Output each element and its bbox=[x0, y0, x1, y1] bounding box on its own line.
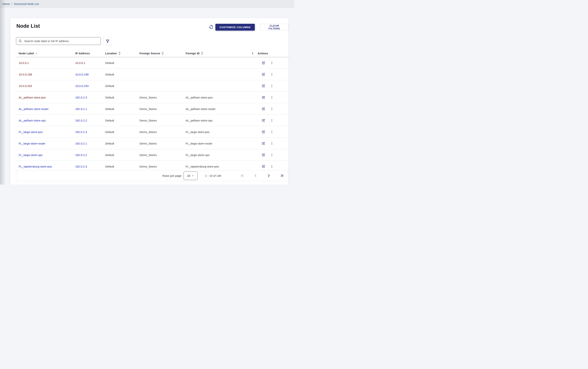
node-label-link[interactable]: 10.0.0.199 bbox=[19, 73, 32, 76]
edit-square-icon bbox=[262, 119, 265, 122]
ip-address-link[interactable]: 10.0.0.199 bbox=[75, 73, 88, 76]
sort-ascending-icon bbox=[35, 52, 38, 54]
column-header-foreign-id[interactable]: Foreign ID bbox=[186, 52, 247, 55]
location-cell: Default bbox=[105, 107, 139, 111]
table-row: 10.0.0.19910.0.0.199Default bbox=[16, 69, 289, 80]
sort-toggle-icon bbox=[118, 52, 121, 55]
edit-node-button[interactable] bbox=[262, 130, 265, 133]
edit-square-icon bbox=[262, 153, 265, 157]
previous-page-button[interactable] bbox=[253, 173, 258, 178]
rows-per-page-label: Rows per page bbox=[162, 174, 181, 177]
clear-filters-button[interactable]: CLEAR FILTERS bbox=[260, 24, 289, 31]
table-row: AL_pelham-store-pos192.0.2.3DefaultDemo_… bbox=[16, 92, 289, 103]
node-label-link[interactable]: FL_largo-store-ups bbox=[19, 153, 43, 157]
first-page-icon bbox=[240, 174, 245, 178]
row-actions-menu-button[interactable] bbox=[270, 142, 274, 145]
edit-node-button[interactable] bbox=[262, 119, 265, 122]
node-label-link[interactable]: AL_pelham-store-pos bbox=[19, 96, 46, 99]
location-cell: Default bbox=[105, 130, 139, 133]
node-label-link[interactable]: 10.0.0.1 bbox=[19, 61, 29, 64]
first-page-button[interactable] bbox=[240, 173, 245, 178]
ip-address-link[interactable]: 192.0.2.1 bbox=[75, 142, 87, 145]
column-header-node-label[interactable]: Node Label bbox=[16, 52, 75, 55]
location-cell: Default bbox=[105, 165, 139, 168]
row-actions-menu-button[interactable] bbox=[270, 107, 274, 111]
next-page-button[interactable] bbox=[266, 173, 271, 178]
ip-address-link[interactable]: 10.0.0.253 bbox=[75, 84, 88, 88]
edit-node-button[interactable] bbox=[262, 84, 265, 88]
edit-square-icon bbox=[262, 165, 265, 168]
edit-node-button[interactable] bbox=[262, 96, 265, 99]
chevron-right-icon bbox=[267, 174, 271, 178]
edit-node-button[interactable] bbox=[262, 153, 265, 157]
location-cell: Default bbox=[105, 96, 139, 99]
table-header-row: Node Label IP Address Location Foreign S… bbox=[16, 50, 289, 57]
show-more-columns-button[interactable] bbox=[247, 52, 258, 55]
last-page-button[interactable] bbox=[279, 173, 284, 178]
node-label-link[interactable]: AL_pelham-store-ups bbox=[19, 119, 46, 122]
filter-button[interactable] bbox=[103, 37, 112, 45]
node-label-link[interactable]: FL_stpetersburg-store-pos bbox=[19, 165, 52, 168]
row-actions-menu-button[interactable] bbox=[270, 130, 274, 133]
edit-node-button[interactable] bbox=[262, 142, 265, 145]
ip-address-link[interactable]: 192.0.2.3 bbox=[75, 96, 87, 99]
breadcrumb-home-link[interactable]: Home bbox=[2, 2, 10, 5]
edit-square-icon bbox=[262, 61, 265, 64]
edit-square-icon bbox=[262, 130, 265, 133]
customize-columns-button[interactable]: CUSTOMIZE COLUMNS bbox=[216, 24, 255, 31]
foreign-source-cell: Demo_Stores bbox=[139, 96, 186, 99]
foreign-source-cell: Demo_Stores bbox=[139, 130, 186, 133]
export-download-icon[interactable] bbox=[208, 24, 213, 30]
sort-toggle-icon bbox=[162, 52, 164, 55]
column-header-actions: Actions bbox=[258, 52, 282, 55]
funnel-icon bbox=[106, 39, 110, 43]
pagination-range-label: 1 - 10 of 148 bbox=[205, 174, 221, 177]
ip-address-link[interactable]: 192.0.2.3 bbox=[75, 130, 87, 133]
row-actions-menu-button[interactable] bbox=[270, 73, 274, 76]
foreign-id-cell: AL_pelham-store-pos bbox=[186, 96, 247, 99]
row-actions-menu-button[interactable] bbox=[270, 153, 274, 157]
foreign-source-cell: Demo_Stores bbox=[139, 119, 186, 122]
column-header-foreign-source[interactable]: Foreign Source bbox=[139, 52, 186, 55]
row-actions-menu-button[interactable] bbox=[270, 96, 274, 99]
foreign-source-cell: Demo_Stores bbox=[139, 142, 186, 145]
edit-node-button[interactable] bbox=[262, 165, 265, 168]
node-label-link[interactable]: FL_largo-store-pos bbox=[19, 130, 43, 133]
foreign-id-cell: FL_stpetersburg-store-pos bbox=[186, 165, 247, 168]
table-row: 10.0.0.110.0.0.1Default bbox=[16, 57, 289, 69]
left-edge-shadow bbox=[0, 0, 6, 184]
row-actions-menu-button[interactable] bbox=[270, 165, 274, 168]
ip-address-link[interactable]: 192.0.2.1 bbox=[75, 107, 87, 111]
foreign-id-cell: AL_pelham-store-ups bbox=[186, 119, 247, 122]
row-actions-menu-button[interactable] bbox=[270, 61, 274, 64]
kebab-menu-icon bbox=[270, 96, 274, 99]
node-label-link[interactable]: 10.0.0.253 bbox=[19, 84, 32, 88]
edit-node-button[interactable] bbox=[262, 107, 265, 111]
foreign-source-cell: Demo_Stores bbox=[139, 153, 186, 157]
kebab-menu-icon bbox=[270, 142, 274, 145]
search-input[interactable] bbox=[24, 39, 98, 43]
row-actions-menu-button[interactable] bbox=[270, 84, 274, 88]
chevron-down-icon bbox=[192, 174, 194, 177]
kebab-menu-icon bbox=[270, 153, 274, 157]
breadcrumb-separator: / bbox=[11, 2, 12, 5]
breadcrumb-current-link[interactable]: Structured Node List bbox=[14, 2, 39, 5]
row-actions-menu-button[interactable] bbox=[270, 119, 274, 122]
kebab-menu-icon bbox=[270, 84, 274, 88]
ip-address-link[interactable]: 192.0.2.2 bbox=[75, 153, 87, 157]
table-row: FL_largo-store-router192.0.2.1DefaultDem… bbox=[16, 138, 289, 149]
node-label-link[interactable]: AL_pelham-store-router bbox=[19, 107, 49, 111]
column-header-location[interactable]: Location bbox=[105, 52, 139, 55]
node-label-link[interactable]: FL_largo-store-router bbox=[19, 142, 45, 145]
ip-address-link[interactable]: 10.0.0.1 bbox=[75, 61, 85, 64]
foreign-id-cell: FL_largo-store-ups bbox=[186, 153, 247, 157]
edit-node-button[interactable] bbox=[262, 61, 265, 64]
search-icon bbox=[19, 39, 22, 43]
chevron-right-icon bbox=[251, 52, 254, 55]
table-body: 10.0.0.110.0.0.1Default10.0.0.19910.0.0.… bbox=[16, 57, 289, 172]
edit-node-button[interactable] bbox=[262, 73, 265, 76]
rows-per-page-select[interactable]: 10 bbox=[184, 172, 198, 180]
kebab-menu-icon bbox=[270, 73, 274, 76]
ip-address-link[interactable]: 192.0.2.2 bbox=[75, 119, 87, 122]
ip-address-link[interactable]: 192.0.2.3 bbox=[75, 165, 87, 168]
